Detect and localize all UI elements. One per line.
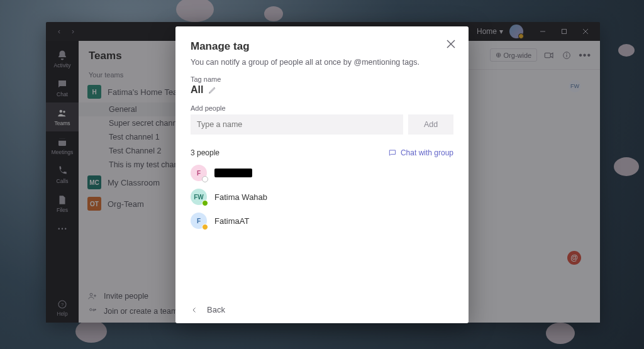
- chat-icon: [388, 148, 397, 157]
- add-people-row: Add: [191, 114, 453, 135]
- chevron-left-icon: [191, 306, 198, 314]
- modal-footer: Back: [191, 300, 453, 314]
- people-count: 3 people: [191, 148, 219, 157]
- list-item[interactable]: FW Fatima Wahab: [191, 189, 453, 205]
- avatar: FW: [191, 189, 207, 205]
- redacted-name: [214, 169, 252, 177]
- close-icon: [445, 38, 457, 50]
- person-name: FatimaAT: [214, 216, 249, 226]
- tag-name-row: All: [191, 84, 453, 96]
- tag-name-label: Tag name: [191, 75, 453, 83]
- back-button[interactable]: Back: [191, 305, 225, 314]
- count-row: 3 people Chat with group: [191, 148, 453, 157]
- chat-group-label: Chat with group: [401, 148, 453, 157]
- add-button[interactable]: Add: [408, 114, 453, 135]
- edit-icon[interactable]: [208, 86, 217, 94]
- list-item[interactable]: F: [191, 165, 453, 181]
- modal-title: Manage tag: [191, 40, 453, 53]
- avatar: F: [191, 213, 207, 229]
- tag-name-value: All: [191, 84, 203, 96]
- add-people-input[interactable]: [191, 114, 403, 135]
- back-label: Back: [207, 305, 225, 314]
- avatar: F: [191, 165, 207, 181]
- manage-tag-modal: Manage tag You can notify a group of peo…: [175, 26, 469, 323]
- modal-subtitle: You can notify a group of people all at …: [191, 58, 453, 67]
- chat-with-group-button[interactable]: Chat with group: [388, 148, 453, 157]
- people-list: F FW Fatima Wahab F FatimaAT: [191, 165, 453, 229]
- list-item[interactable]: F FatimaAT: [191, 213, 453, 229]
- person-name: Fatima Wahab: [214, 192, 267, 202]
- close-button[interactable]: [445, 38, 457, 50]
- add-people-label: Add people: [191, 104, 453, 112]
